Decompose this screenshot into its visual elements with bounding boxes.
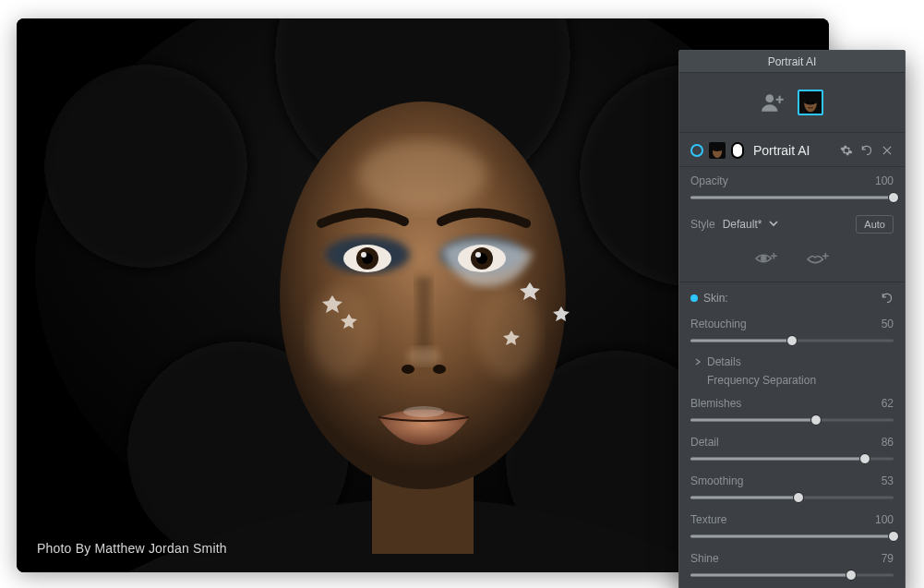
- blemishes-slider[interactable]: [690, 412, 894, 428]
- smoothing-row: Smoothing 53: [690, 474, 894, 487]
- frequency-separation-button[interactable]: Frequency Separation: [690, 371, 894, 390]
- frequency-separation-label: Frequency Separation: [707, 374, 816, 387]
- svg-point-31: [765, 94, 774, 102]
- svg-point-40: [761, 256, 767, 262]
- shine-row: Shine 79: [690, 552, 894, 565]
- style-select[interactable]: Default*: [723, 218, 762, 231]
- smoothing-value: 53: [882, 474, 894, 487]
- skin-active-dot-icon: [690, 294, 698, 302]
- layer-thumb: [709, 142, 726, 159]
- details-label: Details: [707, 355, 741, 368]
- svg-point-9: [358, 140, 487, 210]
- retouching-slider[interactable]: [690, 332, 894, 349]
- svg-point-34: [802, 92, 820, 105]
- detail-value: 86: [882, 436, 894, 449]
- auto-button[interactable]: Auto: [856, 215, 894, 234]
- svg-point-35: [807, 102, 809, 103]
- style-label: Style: [690, 218, 715, 231]
- portrait-ai-panel: Portrait AI: [678, 50, 906, 588]
- enhance-eyes-icon[interactable]: [754, 248, 778, 269]
- detail-slider[interactable]: [690, 450, 894, 467]
- smoothing-slider[interactable]: [690, 489, 894, 506]
- enhance-lips-icon[interactable]: [806, 248, 830, 269]
- svg-point-29: [310, 286, 373, 378]
- details-toggle[interactable]: Details: [690, 353, 894, 371]
- photo-credit: Photo By Matthew Jordan Smith: [37, 541, 227, 556]
- svg-point-18: [361, 252, 366, 258]
- layer-row: Portrait AI: [679, 133, 905, 167]
- skin-reset-icon[interactable]: [881, 292, 894, 305]
- svg-point-27: [433, 365, 446, 374]
- svg-point-19: [475, 252, 481, 258]
- skin-section-label: Skin:: [703, 292, 875, 305]
- shine-value: 79: [882, 552, 894, 565]
- close-icon[interactable]: [881, 144, 894, 157]
- blemishes-value: 62: [882, 397, 894, 410]
- chevron-right-icon: [694, 355, 702, 368]
- chevron-down-icon[interactable]: [769, 218, 778, 231]
- retouching-value: 50: [882, 318, 894, 330]
- shine-slider[interactable]: [690, 567, 894, 583]
- smoothing-label: Smoothing: [690, 474, 743, 487]
- svg-point-28: [403, 406, 444, 417]
- layer-visibility-ring-icon[interactable]: [690, 144, 703, 157]
- svg-point-26: [402, 365, 414, 374]
- opacity-label: Opacity: [690, 174, 728, 187]
- opacity-slider[interactable]: [690, 189, 894, 206]
- texture-row: Texture 100: [690, 513, 894, 526]
- detail-row: Detail 86: [690, 436, 894, 449]
- layer-title: Portrait AI: [753, 143, 834, 158]
- texture-slider[interactable]: [690, 528, 894, 545]
- blemishes-row: Blemishes 62: [690, 397, 894, 410]
- opacity-row: Opacity 100: [690, 174, 894, 187]
- layer-mask-icon[interactable]: [731, 142, 744, 159]
- svg-point-2: [44, 65, 247, 268]
- panel-title: Portrait AI: [679, 51, 905, 73]
- opacity-value: 100: [875, 174, 894, 187]
- texture-value: 100: [875, 513, 894, 526]
- svg-point-36: [811, 102, 813, 103]
- texture-label: Texture: [690, 513, 726, 526]
- shine-label: Shine: [690, 552, 719, 565]
- add-person-icon[interactable]: [761, 92, 785, 113]
- detected-face-thumb[interactable]: [798, 90, 823, 115]
- blemishes-label: Blemishes: [690, 397, 741, 410]
- gear-icon[interactable]: [840, 144, 853, 157]
- reset-icon[interactable]: [860, 144, 873, 157]
- faces-row: [679, 73, 905, 133]
- svg-point-39: [710, 142, 725, 151]
- svg-point-30: [476, 286, 539, 378]
- detail-label: Detail: [690, 436, 719, 449]
- svg-point-25: [407, 347, 440, 366]
- retouching-row: Retouching 50: [690, 318, 894, 330]
- retouching-label: Retouching: [690, 318, 747, 330]
